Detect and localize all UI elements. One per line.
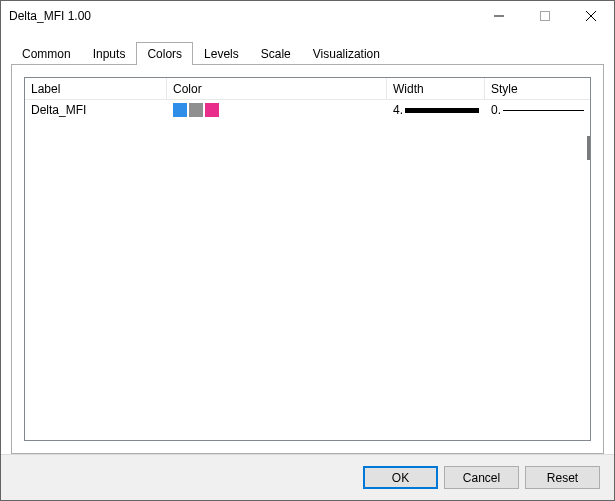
minimize-icon	[494, 11, 504, 21]
cell-label[interactable]: Delta_MFI	[25, 100, 167, 120]
close-icon	[586, 11, 596, 21]
style-value: 0.	[491, 103, 501, 117]
cell-style[interactable]: 0.	[485, 100, 590, 120]
color-swatch-1[interactable]	[173, 103, 187, 117]
tab-colors[interactable]: Colors	[136, 42, 193, 65]
window-controls	[476, 1, 614, 31]
cell-color[interactable]	[167, 100, 387, 120]
tab-visualization[interactable]: Visualization	[302, 42, 391, 65]
tab-inputs[interactable]: Inputs	[82, 42, 137, 65]
table-row[interactable]: Delta_MFI 4.	[25, 100, 590, 120]
cell-width[interactable]: 4.	[387, 100, 485, 120]
maximize-button	[522, 1, 568, 31]
color-swatches	[173, 103, 219, 117]
tab-panel-colors: Label Color Width Style Delta_MFI	[11, 64, 604, 454]
tab-scale[interactable]: Scale	[250, 42, 302, 65]
width-value: 4.	[393, 103, 403, 117]
scrollbar-mark[interactable]	[587, 136, 591, 160]
dialog-window: Delta_MFI 1.00 Common Inputs Colors Leve…	[0, 0, 615, 501]
window-title: Delta_MFI 1.00	[9, 9, 476, 23]
tab-levels[interactable]: Levels	[193, 42, 250, 65]
color-swatch-2[interactable]	[189, 103, 203, 117]
header-width[interactable]: Width	[387, 78, 485, 99]
header-style[interactable]: Style	[485, 78, 590, 99]
color-swatch-3[interactable]	[205, 103, 219, 117]
minimize-button[interactable]	[476, 1, 522, 31]
style-sample: 0.	[491, 103, 584, 117]
dialog-buttons: OK Cancel Reset	[1, 454, 614, 500]
svg-rect-1	[541, 12, 550, 21]
width-sample: 4.	[393, 103, 479, 117]
close-button[interactable]	[568, 1, 614, 31]
header-color[interactable]: Color	[167, 78, 387, 99]
titlebar: Delta_MFI 1.00	[1, 1, 614, 31]
client-area: Common Inputs Colors Levels Scale Visual…	[1, 31, 614, 454]
maximize-icon	[540, 11, 550, 21]
tab-common[interactable]: Common	[11, 42, 82, 65]
cancel-button[interactable]: Cancel	[444, 466, 519, 489]
tabstrip: Common Inputs Colors Levels Scale Visual…	[11, 41, 604, 64]
listview-header: Label Color Width Style	[25, 78, 590, 100]
style-preview-line	[503, 110, 584, 111]
header-label[interactable]: Label	[25, 78, 167, 99]
reset-button[interactable]: Reset	[525, 466, 600, 489]
width-preview-line	[405, 108, 479, 113]
colors-listview[interactable]: Label Color Width Style Delta_MFI	[24, 77, 591, 441]
ok-button[interactable]: OK	[363, 466, 438, 489]
